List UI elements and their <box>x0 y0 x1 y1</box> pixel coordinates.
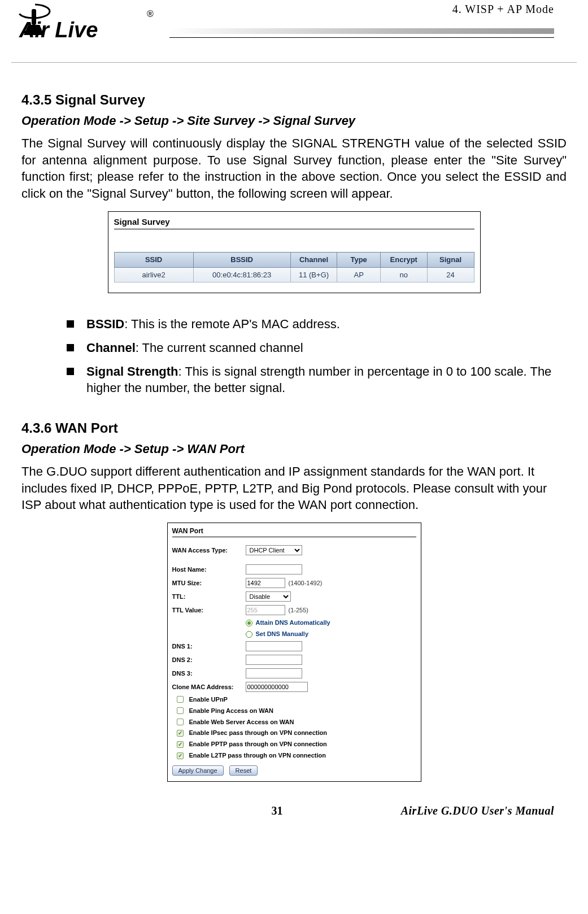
cell-ssid: airlive2 <box>114 267 193 282</box>
hostname-input[interactable] <box>246 564 302 574</box>
wan-access-type-label: WAN Access Type: <box>172 546 246 555</box>
checkbox-ping-wan-label: Enable Ping Access on WAN <box>189 707 273 715</box>
bullet-text-channel: : The current scanned channel <box>136 341 303 355</box>
wan-access-type-select[interactable]: DHCP Client <box>246 545 302 555</box>
th-channel: Channel <box>290 253 337 268</box>
clone-mac-input[interactable] <box>246 682 308 692</box>
checkbox-upnp[interactable] <box>177 696 184 703</box>
section-title-signal-survey: 4.3.5 Signal Survey <box>21 91 567 109</box>
ttlval-hint: (1-255) <box>289 606 308 615</box>
radio-attain-dns[interactable] <box>246 620 252 626</box>
svg-text:Air Live: Air Live <box>19 18 98 42</box>
paragraph-signal-survey: The Signal Survey will continuously disp… <box>21 135 567 202</box>
header-chapter: 4. WISP + AP Mode <box>452 3 554 16</box>
apply-change-button[interactable]: Apply Change <box>172 765 224 776</box>
hostname-label: Host Name: <box>172 565 246 574</box>
clone-mac-label: Clone MAC Address: <box>172 683 246 691</box>
checkbox-ipsec-label: Enable IPsec pass through on VPN connect… <box>189 729 328 737</box>
paragraph-wan-port: The G.DUO support different authenticati… <box>21 463 567 513</box>
manual-name: AirLive G.DUO User's Manual <box>401 804 554 817</box>
dns2-input[interactable] <box>246 655 302 665</box>
table-row: airlive2 00:e0:4c:81:86:23 11 (B+G) AP n… <box>114 267 474 282</box>
table-header-row: SSID BSSID Channel Type Encrypt Signal <box>114 253 474 268</box>
wan-panel-title: WAN Port <box>172 526 416 536</box>
signal-survey-panel: Signal Survey SSID BSSID Channel Type En… <box>108 211 481 293</box>
ttl-select[interactable]: Disable <box>246 591 291 602</box>
checkbox-ipsec[interactable] <box>177 730 184 737</box>
checkbox-web-wan-label: Enable Web Server Access on WAN <box>189 718 294 726</box>
checkbox-pptp-label: Enable PPTP pass through on VPN connecti… <box>189 740 327 748</box>
bullet-label-signal: Signal Strength <box>86 364 178 378</box>
breadcrumb-wan-port: Operation Mode -> Setup -> WAN Port <box>21 441 567 458</box>
page-footer: 31 AirLive G.DUO User's Manual <box>0 804 588 829</box>
th-type: Type <box>337 253 380 268</box>
ttlval-label: TTL Value: <box>172 606 246 615</box>
radio-set-dns[interactable] <box>246 631 252 638</box>
reset-button[interactable]: Reset <box>229 765 258 776</box>
bullet-channel: Channel: The current scanned channel <box>67 340 567 356</box>
dns1-label: DNS 1: <box>172 642 246 651</box>
radio-set-dns-label: Set DNS Manually <box>256 630 309 638</box>
bullet-square-icon <box>67 344 74 351</box>
dns3-input[interactable] <box>246 668 302 678</box>
checkbox-upnp-label: Enable UPnP <box>189 695 228 704</box>
radio-attain-dns-label: Attain DNS Automatically <box>256 619 330 627</box>
mtu-hint: (1400-1492) <box>289 579 323 587</box>
bullet-label-channel: Channel <box>86 341 136 355</box>
checkbox-pptp[interactable] <box>177 741 184 748</box>
survey-table: SSID BSSID Channel Type Encrypt Signal a… <box>114 252 474 282</box>
airlive-logo: Air Live ® <box>11 0 158 47</box>
header-divider <box>169 28 554 38</box>
svg-text:®: ® <box>147 9 154 19</box>
th-ssid: SSID <box>114 253 193 268</box>
ttl-label: TTL: <box>172 593 246 601</box>
checkbox-web-wan[interactable] <box>177 719 184 725</box>
th-bssid: BSSID <box>193 253 290 268</box>
bullet-bssid: BSSID: This is the remote AP's MAC addre… <box>67 316 567 333</box>
survey-panel-title: Signal Survey <box>114 216 474 228</box>
mtu-label: MTU Size: <box>172 579 246 587</box>
breadcrumb-signal-survey: Operation Mode -> Setup -> Site Survey -… <box>21 112 567 129</box>
bullet-list: BSSID: This is the remote AP's MAC addre… <box>67 316 567 397</box>
bullet-square-icon <box>67 368 74 375</box>
checkbox-l2tp-label: Enable L2TP pass through on VPN connecti… <box>189 751 326 760</box>
mtu-input[interactable] <box>246 578 285 588</box>
bullet-label-bssid: BSSID <box>86 317 124 331</box>
cell-encrypt: no <box>380 267 427 282</box>
checkbox-l2tp[interactable] <box>177 752 184 759</box>
bullet-text-bssid: : This is the remote AP's MAC address. <box>124 317 340 331</box>
ttlval-input <box>246 605 285 615</box>
wan-port-panel: WAN Port WAN Access Type: DHCP Client Ho… <box>167 523 421 782</box>
cell-signal: 24 <box>427 267 474 282</box>
dns3-label: DNS 3: <box>172 669 246 678</box>
cell-channel: 11 (B+G) <box>290 267 337 282</box>
bullet-signal-strength: Signal Strength: This is signal strength… <box>67 363 567 397</box>
bullet-square-icon <box>67 320 74 328</box>
cell-bssid: 00:e0:4c:81:86:23 <box>193 267 290 282</box>
section-title-wan-port: 4.3.6 WAN Port <box>21 419 567 437</box>
dns1-input[interactable] <box>246 641 302 651</box>
th-encrypt: Encrypt <box>380 253 427 268</box>
page-header: 4. WISP + AP Mode Air Live ® <box>0 0 588 51</box>
cell-type: AP <box>337 267 380 282</box>
th-signal: Signal <box>427 253 474 268</box>
checkbox-ping-wan[interactable] <box>177 707 184 714</box>
dns2-label: DNS 2: <box>172 656 246 664</box>
